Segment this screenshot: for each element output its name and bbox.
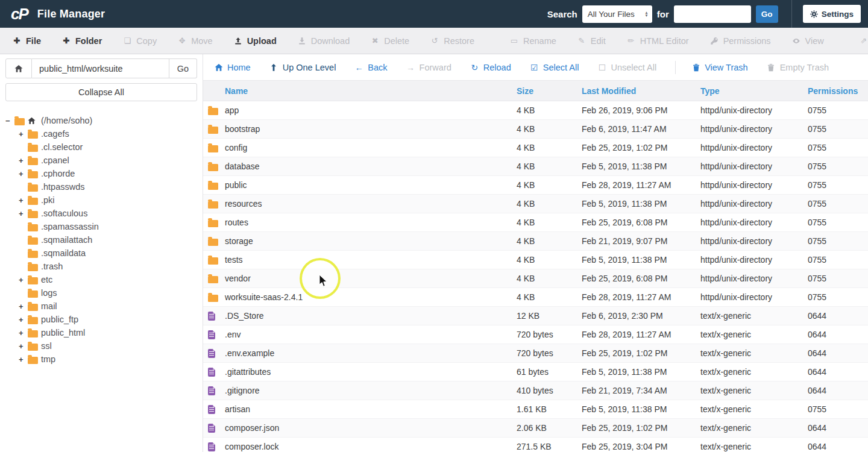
expand-icon[interactable]: + [19, 169, 27, 178]
search-scope-select[interactable]: All Your Files ▲▼ [582, 5, 652, 23]
toolbar-item-file[interactable]: ✚File [12, 36, 41, 46]
table-row-config[interactable]: config4 KBFeb 25, 2019, 1:02 PMhttpd/uni… [203, 139, 868, 157]
file-name: routes [225, 218, 517, 227]
file-nav-bar: HomeUp One Level←Back→Forward↻Reload☑Sel… [203, 54, 868, 81]
toolbar-item-label: Rename [523, 36, 556, 46]
table-row-bootstrap[interactable]: bootstrap4 KBFeb 6, 2019, 11:47 AMhttpd/… [203, 120, 868, 139]
expand-icon[interactable]: + [19, 156, 27, 165]
table-row-gitignore[interactable]: .gitignore410 bytesFeb 21, 2019, 7:34 AM… [203, 381, 868, 400]
tree-item-sqmailattach[interactable]: .sqmailattach [5, 233, 197, 246]
table-row-env[interactable]: .env720 bytesFeb 28, 2019, 11:27 AMtext/… [203, 325, 868, 344]
search-input[interactable] [674, 5, 751, 23]
for-label: for [657, 9, 669, 19]
nav-item-reload[interactable]: ↻Reload [470, 63, 511, 72]
expand-icon[interactable]: + [19, 342, 27, 351]
nav-item-select-all[interactable]: ☑Select All [530, 63, 579, 72]
table-row-app[interactable]: app4 KBFeb 26, 2019, 9:06 PMhttpd/unix-d… [203, 101, 868, 120]
file-type: text/x-generic [700, 330, 808, 339]
tree-item-public-ftp[interactable]: +public_ftp [5, 313, 197, 326]
column-header-size[interactable]: Size [517, 86, 582, 96]
tree-item-home-soho[interactable]: −(/home/soho) [5, 114, 197, 127]
folder-icon [28, 198, 38, 205]
tree-item-cagefs[interactable]: +.cagefs [5, 127, 197, 140]
tree-item-mail[interactable]: +mail [5, 300, 197, 313]
sidebar-home-button[interactable] [5, 58, 32, 78]
expand-icon[interactable]: + [19, 328, 27, 337]
directory-sidebar: Go Collapse All −(/home/soho)+.cagefs.cl… [0, 54, 203, 452]
nav-item-back[interactable]: ←Back [354, 63, 387, 72]
delete-icon: ✖ [370, 36, 380, 45]
table-row-env-example[interactable]: .env.example720 bytesFeb 25, 2019, 1:02 … [203, 344, 868, 363]
expand-icon[interactable]: + [19, 130, 27, 139]
tree-item-logs[interactable]: logs [5, 286, 197, 300]
file-last-modified: Feb 25, 2019, 1:02 PM [582, 423, 700, 433]
tree-item-cphorde[interactable]: +.cphorde [5, 167, 197, 180]
expand-icon[interactable]: + [19, 196, 27, 205]
table-row-composer-lock[interactable]: composer.lock271.5 KBFeb 25, 2019, 3:04 … [203, 438, 868, 452]
table-row-worksuite-saas-2-4-1[interactable]: worksuite-saas-2.4.14 KBFeb 28, 2019, 11… [203, 288, 868, 307]
tree-item-cpanel[interactable]: +.cpanel [5, 154, 197, 167]
table-row-database[interactable]: database4 KBFeb 5, 2019, 11:38 PMhttpd/u… [203, 157, 868, 176]
file-permissions: 0755 [808, 218, 868, 227]
file-type: httpd/unix-directory [700, 236, 808, 246]
file-type: text/x-generic [700, 404, 808, 414]
tree-item-ssl[interactable]: +ssl [5, 339, 197, 353]
trash-icon [767, 63, 776, 72]
table-row-storage[interactable]: storage4 KBFeb 21, 2019, 9:07 PMhttpd/un… [203, 232, 868, 251]
nav-item-label: Back [368, 63, 387, 72]
table-row-resources[interactable]: resources4 KBFeb 5, 2019, 11:38 PMhttpd/… [203, 195, 868, 213]
table-row-vendor[interactable]: vendor4 KBFeb 25, 2019, 6:08 PMhttpd/uni… [203, 269, 868, 288]
expand-icon[interactable]: + [19, 275, 27, 284]
nav-item-up-one-level[interactable]: Up One Level [269, 63, 336, 72]
tree-item-cl-selector[interactable]: .cl.selector [5, 140, 197, 154]
collapse-all-button[interactable]: Collapse All [5, 83, 197, 101]
nav-item-view-trash[interactable]: View Trash [691, 63, 747, 72]
tree-item-public-html[interactable]: +public_html [5, 326, 197, 339]
file-last-modified: Feb 26, 2019, 9:06 PM [582, 105, 700, 115]
tree-item-htpasswds[interactable]: .htpasswds [5, 180, 197, 193]
toolbar-item-folder[interactable]: ✚Folder [61, 36, 102, 46]
column-header-permissions[interactable]: Permissions [808, 86, 868, 96]
table-row-gitattributes[interactable]: .gitattributes61 bytesFeb 5, 2019, 11:38… [203, 363, 868, 381]
collapse-icon[interactable]: − [5, 116, 14, 125]
path-go-button[interactable]: Go [169, 58, 197, 78]
expand-icon[interactable]: + [19, 355, 27, 364]
folder-icon [208, 201, 218, 209]
table-row-tests[interactable]: tests4 KBFeb 5, 2019, 11:38 PMhttpd/unix… [203, 251, 868, 269]
file-last-modified: Feb 5, 2019, 11:38 PM [582, 255, 700, 265]
tree-item-label: public_ftp [41, 315, 78, 324]
expand-icon[interactable]: + [19, 302, 27, 311]
file-size: 4 KB [517, 274, 582, 283]
file-type: httpd/unix-directory [700, 255, 808, 265]
tree-item-spamassassin[interactable]: .spamassassin [5, 220, 197, 233]
tree-item-etc[interactable]: +etc [5, 273, 197, 286]
nav-item-home[interactable]: Home [214, 63, 251, 72]
page-title: File Manager [37, 8, 105, 20]
settings-button[interactable]: Settings [803, 5, 861, 23]
tree-item-sqmaildata[interactable]: .sqmaildata [5, 246, 197, 260]
path-input[interactable] [32, 58, 169, 78]
file-size: 4 KB [517, 162, 582, 171]
toolbar-item-upload[interactable]: Upload [233, 36, 277, 46]
tree-item-pki[interactable]: +.pki [5, 193, 197, 207]
file-permissions: 0644 [808, 311, 868, 321]
tree-item-trash[interactable]: .trash [5, 260, 197, 273]
expand-icon[interactable]: + [19, 315, 27, 324]
column-header-type[interactable]: Type [700, 86, 808, 96]
table-row-public[interactable]: public4 KBFeb 28, 2019, 11:27 AMhttpd/un… [203, 176, 868, 195]
tree-item-tmp[interactable]: +tmp [5, 353, 197, 366]
column-header-name[interactable]: Name [225, 86, 517, 96]
tree-item-softaculous[interactable]: +.softaculous [5, 207, 197, 220]
column-header-last-modified[interactable]: Last Modified [582, 86, 700, 96]
search-label: Search [547, 9, 577, 19]
table-row-ds-store[interactable]: .DS_Store12 KBFeb 6, 2019, 2:30 PMtext/x… [203, 307, 868, 325]
file-name: public [225, 180, 517, 190]
expand-icon[interactable]: + [19, 209, 27, 218]
file-manager-app: cP File Manager Search All Your Files ▲▼… [0, 0, 868, 452]
table-row-composer-json[interactable]: composer.json2.06 KBFeb 25, 2019, 1:02 P… [203, 419, 868, 438]
table-row-artisan[interactable]: artisan1.61 KBFeb 5, 2019, 11:38 PMtext/… [203, 400, 868, 419]
table-row-routes[interactable]: routes4 KBFeb 25, 2019, 6:08 PMhttpd/uni… [203, 213, 868, 232]
toolbar-item-label: Edit [591, 36, 606, 46]
back-arrow-icon: ← [354, 63, 363, 72]
search-go-button[interactable]: Go [756, 5, 778, 23]
